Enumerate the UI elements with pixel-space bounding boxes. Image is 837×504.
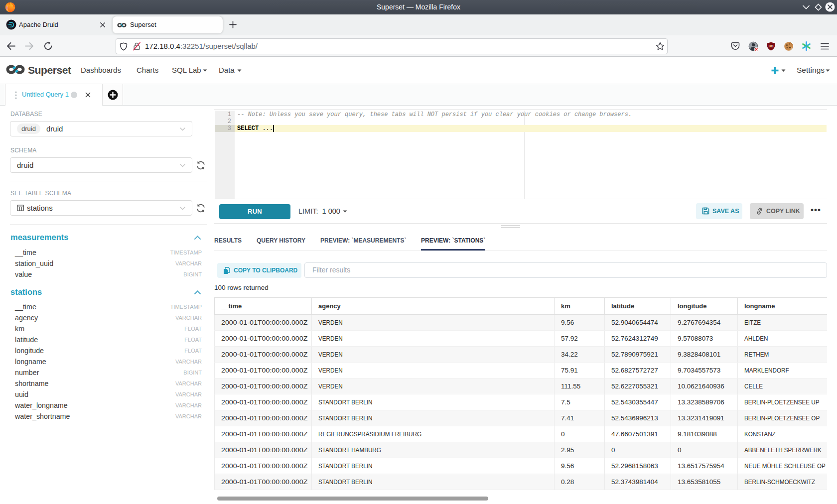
svg-text:uO: uO [769,44,774,48]
